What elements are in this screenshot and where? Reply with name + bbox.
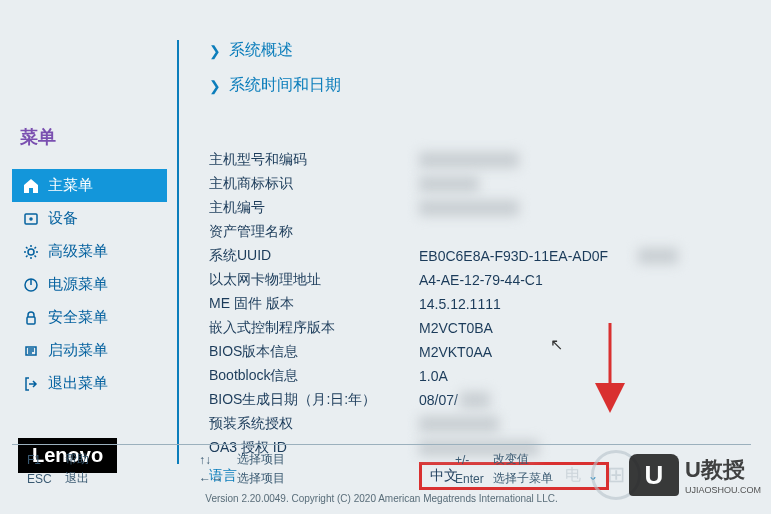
info-value-blurred bbox=[638, 248, 678, 264]
menu-label: 启动菜单 bbox=[48, 341, 108, 360]
svg-rect-0 bbox=[25, 214, 37, 224]
info-label: 主机商标标识 bbox=[209, 175, 419, 193]
lock-icon bbox=[22, 309, 40, 327]
svg-point-2 bbox=[28, 249, 34, 255]
u-shield-icon: U bbox=[629, 454, 679, 496]
info-row: 主机编号 bbox=[209, 198, 741, 218]
home-icon bbox=[22, 177, 40, 195]
info-label: 嵌入式控制程序版本 bbox=[209, 319, 419, 337]
info-value: EB0C6E8A-F93D-11EA-AD0F bbox=[419, 248, 608, 264]
enter-key: Enter 选择子菜单 bbox=[455, 470, 553, 487]
svg-rect-5 bbox=[27, 317, 35, 324]
info-label: 主机编号 bbox=[209, 199, 419, 217]
info-row: 主机型号和编码 bbox=[209, 150, 741, 170]
info-label: 系统UUID bbox=[209, 247, 419, 265]
info-row: 嵌入式控制程序版本 M2VCT0BA bbox=[209, 318, 741, 338]
section-overview[interactable]: ❯ 系统概述 bbox=[209, 40, 741, 61]
info-row: 系统UUID EB0C6E8A-F93D-11EA-AD0F bbox=[209, 246, 741, 266]
updown-key: ↑↓ 选择项目 bbox=[199, 451, 285, 468]
watermark-text: 电 bbox=[565, 465, 581, 486]
section-datetime[interactable]: ❯ 系统时间和日期 bbox=[209, 75, 741, 96]
svg-point-1 bbox=[30, 218, 32, 220]
sidebar-title: 菜单 bbox=[12, 125, 167, 149]
chevron-right-icon: ❯ bbox=[209, 43, 221, 59]
info-row: 资产管理名称 bbox=[209, 222, 741, 242]
info-label: 主机型号和编码 bbox=[209, 151, 419, 169]
info-label: 资产管理名称 bbox=[209, 223, 419, 241]
menu-boot[interactable]: 启动菜单 bbox=[12, 334, 167, 367]
info-row: Bootblock信息 1.0A bbox=[209, 366, 741, 386]
info-label: Bootblock信息 bbox=[209, 367, 419, 385]
menu-label: 安全菜单 bbox=[48, 308, 108, 327]
menu-advanced[interactable]: 高级菜单 bbox=[12, 235, 167, 268]
menu-exit[interactable]: 退出菜单 bbox=[12, 367, 167, 400]
exit-key: ESC 退出 bbox=[27, 470, 89, 487]
info-label: BIOS生成日期（月:日:年） bbox=[209, 391, 419, 409]
menu-devices[interactable]: 设备 bbox=[12, 202, 167, 235]
info-value: 1.0A bbox=[419, 368, 448, 384]
menu-label: 电源菜单 bbox=[48, 275, 108, 294]
info-value: M2VCT0BA bbox=[419, 320, 493, 336]
chevron-right-icon: ❯ bbox=[209, 78, 221, 94]
section-label: 系统时间和日期 bbox=[229, 75, 341, 96]
menu-power[interactable]: 电源菜单 bbox=[12, 268, 167, 301]
info-label: 预装系统授权 bbox=[209, 415, 419, 433]
menu-label: 设备 bbox=[48, 209, 78, 228]
info-label: 以太网卡物理地址 bbox=[209, 271, 419, 289]
info-value-blurred bbox=[419, 176, 479, 192]
info-value: 08/07/ bbox=[419, 392, 458, 408]
power-icon bbox=[22, 276, 40, 294]
leftright-key: ←→ 选择项目 bbox=[199, 470, 285, 487]
menu-label: 主菜单 bbox=[48, 176, 93, 195]
section-label: 系统概述 bbox=[229, 40, 293, 61]
info-value-blurred bbox=[419, 200, 519, 216]
menu-main[interactable]: 主菜单 bbox=[12, 169, 167, 202]
vertical-divider bbox=[177, 40, 179, 464]
info-label: BIOS版本信息 bbox=[209, 343, 419, 361]
menu-label: 高级菜单 bbox=[48, 242, 108, 261]
devices-icon bbox=[22, 210, 40, 228]
change-key: +/- 改变值 bbox=[455, 451, 553, 468]
boot-icon bbox=[22, 342, 40, 360]
info-value: M2VKT0AA bbox=[419, 344, 492, 360]
info-value-blurred bbox=[460, 392, 490, 408]
info-row: BIOS版本信息 M2VKT0AA bbox=[209, 342, 741, 362]
info-value: 14.5.12.1111 bbox=[419, 296, 501, 312]
info-row: BIOS生成日期（月:日:年） 08/07/ bbox=[209, 390, 741, 410]
info-row: ME 固件 版本 14.5.12.1111 bbox=[209, 294, 741, 314]
help-key: F1 帮助 bbox=[27, 451, 89, 468]
gear-icon bbox=[22, 243, 40, 261]
info-row: 以太网卡物理地址 A4-AE-12-79-44-C1 bbox=[209, 270, 741, 290]
menu-security[interactable]: 安全菜单 bbox=[12, 301, 167, 334]
info-value-blurred bbox=[419, 152, 519, 168]
info-value: A4-AE-12-79-44-C1 bbox=[419, 272, 543, 288]
info-label: ME 固件 版本 bbox=[209, 295, 419, 313]
menu-label: 退出菜单 bbox=[48, 374, 108, 393]
exit-icon bbox=[22, 375, 40, 393]
info-row: 主机商标标识 bbox=[209, 174, 741, 194]
info-value-blurred bbox=[419, 416, 499, 432]
info-row: 预装系统授权 bbox=[209, 414, 741, 434]
watermark-ujiaoshou: U U教授 UJIAOSHOU.COM bbox=[629, 454, 761, 496]
